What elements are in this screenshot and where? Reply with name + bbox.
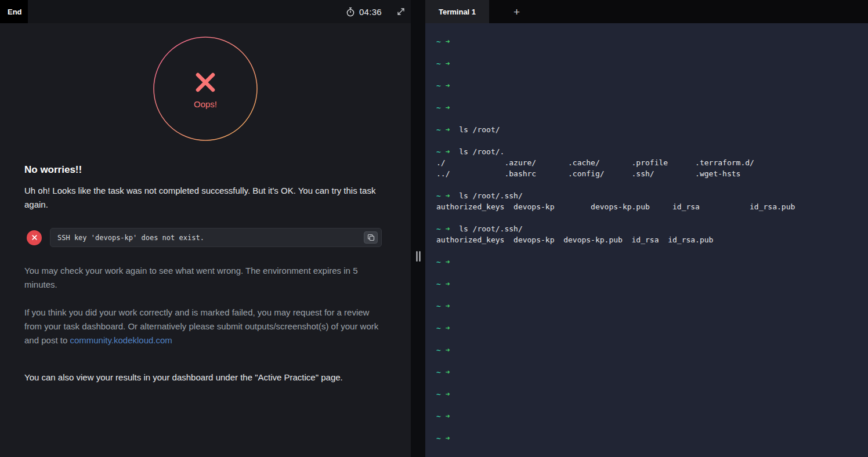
intro-text: Uh oh! Looks like the task was not compl… [24, 184, 383, 212]
left-topbar: End 04:36 [0, 0, 411, 23]
terminal-output-line: ./ .azure/ .cache/ .profile .terraform.d… [436, 157, 863, 168]
prompt-arrow-icon: ➜ [441, 81, 450, 90]
panel-divider[interactable] [411, 0, 425, 457]
timer: 04:36 [346, 7, 382, 17]
prompt-tilde: ~ [436, 302, 441, 310]
copy-button[interactable] [364, 231, 378, 244]
prompt-arrow-icon: ➜ [441, 434, 450, 443]
terminal-blank-line [436, 356, 863, 367]
prompt-tilde: ~ [436, 257, 441, 266]
copy-icon [367, 234, 375, 241]
terminal-prompt-line: ~ ➜ [436, 278, 863, 289]
prompt-arrow-icon: ➜ [441, 412, 450, 420]
terminal-prompt-line: ~ ➜ ls /root/.ssh/ [436, 223, 863, 234]
prompt-arrow-icon: ➜ [441, 324, 450, 332]
prompt-tilde: ~ [436, 37, 441, 46]
prompt-arrow-icon: ➜ [441, 346, 450, 354]
terminal-output-line: authorized_keys devops-kp devops-kp.pub … [436, 234, 863, 245]
error-x-icon [31, 234, 38, 241]
terminal-blank-line [436, 333, 863, 344]
prompt-tilde: ~ [436, 324, 441, 332]
check-text: You may check your work again to see wha… [24, 264, 383, 292]
prompt-tilde: ~ [436, 412, 441, 420]
failure-x-icon [192, 69, 219, 96]
end-button[interactable]: End [0, 0, 28, 23]
review-text: If you think you did your work correctly… [24, 306, 383, 347]
prompt-tilde: ~ [436, 125, 441, 134]
terminal-blank-line [436, 91, 863, 102]
expand-icon[interactable] [397, 8, 405, 16]
terminal-blank-line [436, 113, 863, 124]
prompt-tilde: ~ [436, 81, 441, 90]
stopwatch-icon [346, 7, 355, 17]
terminal-prompt-line: ~ ➜ ls /root/.ssh/ [436, 190, 863, 201]
error-badge [27, 230, 42, 245]
terminal-prompt-line: ~ ➜ [436, 389, 863, 400]
terminal-output-line: ../ .bashrc .config/ .ssh/ .wget-hsts [436, 168, 863, 179]
terminal-panel: Terminal 1 + ~ ➜ ~ ➜ ~ ➜ ~ ➜ ~ ➜ ls /roo… [425, 0, 868, 457]
prompt-tilde: ~ [436, 346, 441, 354]
prompt-tilde: ~ [436, 368, 441, 376]
terminal-prompt-line: ~ ➜ [436, 322, 863, 333]
circle-inner: Oops! [153, 37, 258, 141]
terminal-prompt-line: ~ ➜ [436, 300, 863, 311]
terminal-blank-line [436, 311, 863, 322]
prompt-tilde: ~ [436, 191, 441, 200]
new-terminal-button[interactable]: + [513, 6, 520, 17]
prompt-arrow-icon: ➜ [441, 37, 450, 46]
task-result-panel: End 04:36 [0, 0, 411, 457]
prompt-tilde: ~ [436, 434, 441, 443]
terminal-prompt-line: ~ ➜ [436, 58, 863, 69]
terminal-output-line: authorized_keys devops-kp devops-kp.pub … [436, 201, 863, 212]
terminal-prompt-line: ~ ➜ [436, 411, 863, 422]
prompt-arrow-icon: ➜ [441, 280, 450, 288]
app-root: End 04:36 [0, 0, 868, 457]
error-message: SSH key 'devops-kp' does not exist. [57, 234, 204, 242]
terminal-output[interactable]: ~ ➜ ~ ➜ ~ ➜ ~ ➜ ~ ➜ ls /root/ ~ ➜ ls /ro… [425, 23, 868, 457]
prompt-arrow-icon: ➜ [441, 103, 450, 112]
terminal-prompt-line: ~ ➜ [436, 367, 863, 378]
terminal-prompt-line: ~ ➜ [436, 344, 863, 356]
terminal-blank-line [436, 212, 863, 223]
terminal-blank-line [436, 400, 863, 411]
terminal-prompt-line: ~ ➜ ls /root/. [436, 146, 863, 157]
terminal-prompt-line: ~ ➜ [436, 102, 863, 113]
result-heading: No worries!! [24, 164, 386, 176]
prompt-tilde: ~ [436, 224, 441, 233]
terminal-blank-line [436, 69, 863, 80]
prompt-arrow-icon: ➜ [441, 191, 450, 200]
prompt-arrow-icon: ➜ [441, 368, 450, 376]
terminal-blank-line [436, 289, 863, 300]
prompt-arrow-icon: ➜ [441, 390, 450, 398]
terminal-prompt-line: ~ ➜ [436, 80, 863, 91]
prompt-arrow-icon: ➜ [441, 302, 450, 310]
terminal-blank-line [436, 267, 863, 278]
error-message-box: SSH key 'devops-kp' does not exist. [50, 228, 382, 247]
terminal-tabbar: Terminal 1 + [425, 0, 868, 23]
terminal-prompt-line: ~ ➜ [436, 36, 863, 47]
community-link[interactable]: community.kodekloud.com [70, 335, 172, 345]
prompt-arrow-icon: ➜ [441, 147, 450, 156]
prompt-arrow-icon: ➜ [441, 257, 450, 266]
terminal-prompt-line: ~ ➜ ls /root/ [436, 124, 863, 135]
oops-label: Oops! [194, 99, 217, 109]
prompt-tilde: ~ [436, 59, 441, 68]
terminal-prompt-line: ~ ➜ [436, 256, 863, 267]
terminal-prompt-line: ~ ➜ [436, 433, 863, 444]
prompt-arrow-icon: ➜ [441, 224, 450, 233]
prompt-arrow-icon: ➜ [441, 59, 450, 68]
dashboard-text: You can also view your results in your d… [24, 371, 383, 385]
prompt-arrow-icon: ➜ [441, 125, 450, 134]
terminal-blank-line [436, 47, 863, 58]
terminal-blank-line [436, 179, 863, 190]
terminal-blank-line [436, 378, 863, 389]
timer-value: 04:36 [359, 7, 382, 17]
result-content: Oops! No worries!! Uh oh! Looks like the… [0, 23, 411, 457]
resize-handle-icon[interactable] [416, 251, 420, 262]
prompt-tilde: ~ [436, 280, 441, 288]
prompt-tilde: ~ [436, 103, 441, 112]
terminal-blank-line [436, 135, 863, 146]
terminal-blank-line [436, 422, 863, 433]
result-status-circle: Oops! [153, 37, 258, 141]
terminal-tab-1[interactable]: Terminal 1 [425, 0, 489, 23]
